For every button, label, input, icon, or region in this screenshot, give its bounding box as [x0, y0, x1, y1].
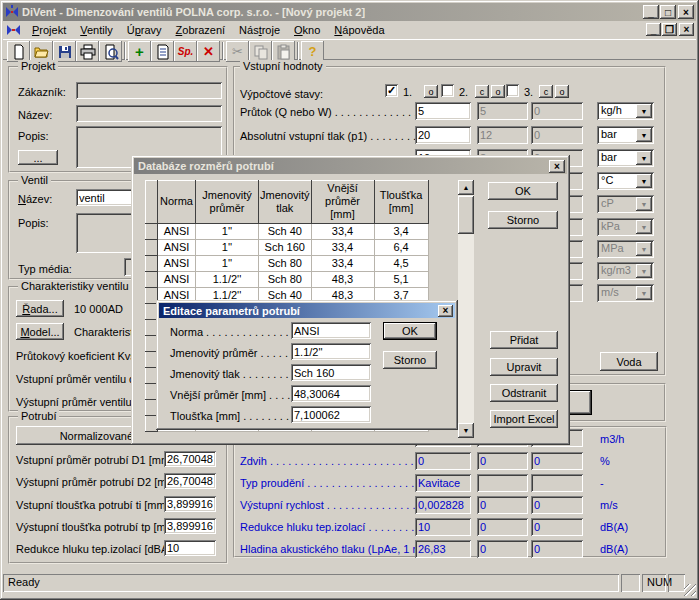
zdvih-v1 — [415, 452, 471, 470]
table-scrollbar[interactable]: ▲ ▼ — [458, 180, 474, 438]
save-floppy-icon — [57, 44, 73, 60]
edit-norma-field[interactable] — [291, 322, 371, 339]
potrubi-redukce-field[interactable] — [164, 540, 216, 556]
edit-jmenovity-tlak-field[interactable] — [291, 364, 371, 381]
table-row[interactable]: ANSI1.1/2''Sch 8048,35,1 — [146, 271, 429, 287]
menu-projekt[interactable]: Projekt — [25, 22, 73, 38]
chevron-down-icon: ▼ — [636, 220, 652, 234]
stav2-checkbox[interactable] — [441, 84, 454, 97]
open-button[interactable] — [30, 41, 53, 62]
stav1-o-button[interactable]: o — [424, 85, 438, 98]
maximize-button[interactable]: □ — [660, 5, 676, 19]
divent-main-window: DiVent - Dimenzování ventilů POLNA corp.… — [0, 0, 699, 600]
edit-jmenovity-prumer-field[interactable] — [291, 343, 371, 360]
open-folder-icon — [34, 44, 50, 60]
stav3-checkbox[interactable] — [506, 84, 519, 97]
zakaznik-label: Zákazník: — [18, 86, 66, 98]
upravit-button[interactable]: Upravit — [490, 358, 558, 376]
p1-v1-field[interactable] — [415, 126, 471, 144]
projekt-more-button[interactable]: ... — [18, 150, 58, 165]
charakteristiky-group-label: Charakteristiky ventilu — [18, 280, 132, 292]
resize-grip[interactable] — [684, 584, 696, 596]
stav1-checkbox[interactable]: ✓ — [385, 84, 398, 97]
potrubi-redukce-label: Redukce hluku tep.izolací [dBA]. . — [16, 543, 180, 555]
mpa-unit-combo: MPa▼ — [597, 240, 654, 258]
menu-ventily[interactable]: Ventily — [73, 22, 119, 38]
edit-ok-button[interactable]: OK — [383, 322, 437, 340]
sp-calculation-button[interactable]: Sp. — [174, 41, 197, 62]
rychlost-unit-combo: m/s▼ — [597, 284, 654, 302]
paste-clipboard-icon — [276, 44, 292, 60]
db-storno-button[interactable]: Storno — [488, 211, 558, 229]
zakaznik-field[interactable] — [76, 82, 222, 99]
stav2-o-button[interactable]: o — [491, 85, 505, 98]
scroll-up-icon[interactable]: ▲ — [458, 180, 474, 195]
edit-close-icon[interactable]: × — [438, 305, 453, 317]
ventil-group-label: Ventil — [18, 174, 51, 186]
chevron-down-icon[interactable]: ▼ — [636, 174, 652, 188]
potrubi-ti-field[interactable] — [164, 496, 216, 512]
table-row[interactable]: ANSI1''Sch 4033,43,4 — [146, 223, 429, 239]
prutok-label: Průtok (Q nebo W) . . . . . . . . . . . … — [240, 106, 436, 118]
p1-unit-combo[interactable]: bar▼ — [597, 126, 654, 144]
edit-tloustka-field[interactable] — [291, 406, 371, 423]
menu-zobrazeni[interactable]: Zobrazení — [169, 22, 233, 38]
potrubi-d2-field[interactable] — [164, 473, 216, 489]
teplota-unit-combo[interactable]: °C▼ — [597, 172, 654, 190]
help-button[interactable]: ? — [301, 41, 324, 62]
import-excel-button[interactable]: Import Excel — [490, 410, 558, 428]
potrubi-d1-field[interactable] — [164, 451, 216, 467]
table-row[interactable]: ANSI1''Sch 8033,44,5 — [146, 255, 429, 271]
edit-vnejsi-prumer-field[interactable] — [291, 385, 371, 402]
stav3-label: 3. — [524, 86, 533, 98]
chevron-down-icon[interactable]: ▼ — [636, 151, 652, 165]
toolbar-separator — [297, 42, 299, 60]
p2-unit-combo[interactable]: bar▼ — [597, 149, 654, 167]
mdi-minimize-button[interactable]: _ — [646, 23, 661, 36]
report-button[interactable] — [151, 41, 174, 62]
delete-button[interactable]: ✕ — [197, 41, 220, 62]
pridat-button[interactable]: Přidat — [490, 331, 558, 349]
close-button[interactable]: × — [678, 5, 694, 19]
edit-storno-button[interactable]: Storno — [383, 351, 437, 369]
scrollbar-thumb[interactable] — [458, 196, 474, 234]
chevron-down-icon[interactable]: ▼ — [636, 104, 652, 118]
hustota-unit-combo: kg/m3▼ — [597, 262, 654, 280]
paste-button[interactable] — [272, 41, 295, 62]
voda-button[interactable]: Voda — [600, 352, 658, 371]
potrubi-group-label: Potrubí — [18, 410, 59, 422]
new-project-button[interactable] — [7, 41, 30, 62]
prutok-unit-combo[interactable]: kg/h▼ — [597, 102, 654, 120]
scroll-down-icon[interactable]: ▼ — [458, 423, 474, 438]
menu-napoveda[interactable]: Nápověda — [327, 22, 391, 38]
redukce-hluku-label: Redukce hluku tep.izolací . . . . . . . … — [240, 521, 439, 533]
stav3-o-button[interactable]: o — [555, 85, 569, 98]
save-button[interactable] — [53, 41, 76, 62]
odstranit-button[interactable]: Odstranit — [490, 384, 558, 402]
print-preview-button[interactable] — [99, 41, 122, 62]
add-valve-button[interactable]: + — [128, 41, 151, 62]
menu-okno[interactable]: Okno — [287, 22, 327, 38]
stav1-label: 1. — [403, 86, 412, 98]
mdi-close-button[interactable]: × — [679, 23, 694, 36]
menu-nastroje[interactable]: Nástroje — [232, 22, 287, 38]
minimize-button[interactable]: _ — [643, 5, 659, 19]
prutok-v1-field[interactable] — [415, 102, 471, 120]
chevron-down-icon[interactable]: ▼ — [636, 128, 652, 142]
stav2-c-button[interactable]: c — [475, 85, 489, 98]
print-button[interactable] — [76, 41, 99, 62]
copy-button[interactable] — [249, 41, 272, 62]
title-bar: DiVent - Dimenzování ventilů POLNA corp.… — [3, 3, 696, 21]
potrubi-tp-field[interactable] — [164, 518, 216, 534]
rada-button[interactable]: Řada... — [16, 300, 64, 317]
db-ok-button[interactable]: OK — [488, 182, 558, 200]
stav3-c-button[interactable]: c — [539, 85, 553, 98]
table-row[interactable]: ANSI1''Sch 16033,46,4 — [146, 239, 429, 255]
menu-upravy[interactable]: Úpravy — [120, 22, 169, 38]
projekt-nazev-field[interactable] — [76, 105, 222, 122]
projekt-group-label: Projekt — [18, 60, 58, 72]
model-button[interactable]: Model... — [16, 323, 64, 340]
db-close-icon[interactable]: × — [549, 160, 565, 173]
cut-button[interactable]: ✂ — [226, 41, 249, 62]
mdi-restore-button[interactable]: ❐ — [662, 23, 677, 36]
